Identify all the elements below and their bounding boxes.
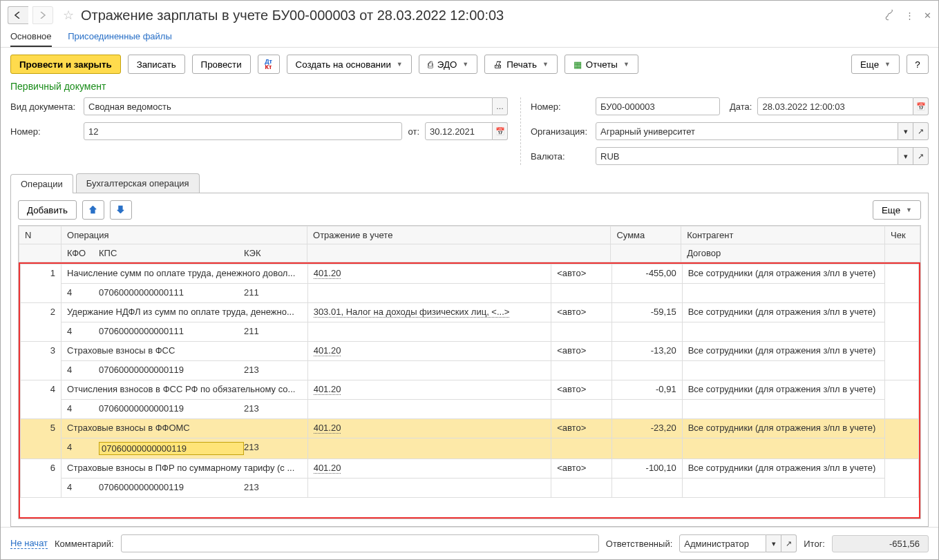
cell-contractor: Все сотрудники (для отражения з/пл в уче… <box>682 419 884 438</box>
kps-edit-cell[interactable]: 07060000000000119 <box>99 442 244 455</box>
cell-kfo-kps-kek: 4 07060000000000111 211 <box>61 284 308 303</box>
move-up-button[interactable]: 🡅 <box>82 200 104 220</box>
cell-n: 5 <box>21 419 61 459</box>
calendar-icon: 📅 <box>916 102 926 111</box>
cell-cheque <box>885 459 919 498</box>
from-date-input[interactable]: 30.12.2021 <box>425 122 493 140</box>
nav-forward-button[interactable] <box>32 6 53 24</box>
table-row[interactable]: 6 Страховые взносы в ПФР по суммарному т… <box>21 459 919 479</box>
cell-cheque <box>885 303 919 342</box>
tab-accounting[interactable]: Бухгалтерская операция <box>76 173 200 193</box>
move-down-button[interactable]: 🡇 <box>110 200 132 220</box>
date-input[interactable]: 28.03.2022 12:00:03 <box>757 97 913 115</box>
table-row-sub[interactable]: 4 07060000000000119 213 <box>21 361 919 380</box>
cell-operation: Страховые взносы в ФФОМС <box>61 419 308 438</box>
cell-contractor: Все сотрудники (для отражения з/пл в уче… <box>682 380 884 400</box>
cell-sum: -455,00 <box>611 264 682 284</box>
org-dropdown-button[interactable]: ▾ <box>898 122 913 140</box>
date-picker-button[interactable]: 📅 <box>913 97 929 115</box>
cell-cheque <box>885 342 919 380</box>
status-link[interactable]: Не начат <box>10 538 48 549</box>
cell-auto: <авто> <box>551 419 612 438</box>
doc-type-select-button[interactable]: … <box>493 97 508 115</box>
cell-operation: Отчисления взносов в ФСС РФ по обязатель… <box>61 380 308 400</box>
nav-tab-main[interactable]: Основное <box>10 31 52 47</box>
table-row[interactable]: 1 Начисление сумм по оплате труда, денеж… <box>21 264 919 284</box>
cell-sum: -100,10 <box>611 459 682 479</box>
create-based-button[interactable]: Создать на основании▼ <box>287 55 412 74</box>
responsible-open-button[interactable]: ↗ <box>781 534 797 552</box>
num-input[interactable]: БУ00-000003 <box>596 97 720 115</box>
col-n[interactable]: N <box>19 226 61 244</box>
responsible-input[interactable]: Администратор <box>679 534 766 552</box>
nav-back-button[interactable] <box>8 6 28 24</box>
reports-button[interactable]: ▦ Отчеты▼ <box>565 55 638 74</box>
col-contract[interactable]: Договор <box>681 244 885 262</box>
doc-type-input[interactable]: Сводная ведомость <box>84 97 493 115</box>
cell-operation: Страховые взносы в ФСС <box>61 342 308 361</box>
cell-auto: <авто> <box>551 459 612 479</box>
favorite-icon[interactable]: ☆ <box>63 8 74 23</box>
src-num-label: Номер: <box>10 126 78 137</box>
cell-auto: <авто> <box>551 303 612 322</box>
date-label: Дата: <box>730 102 752 112</box>
org-input[interactable]: Аграрный университет <box>596 122 898 140</box>
col-operation[interactable]: Операция <box>61 226 307 244</box>
nav-tab-attachments[interactable]: Присоединенные файлы <box>68 31 172 41</box>
col-contractor[interactable]: Контрагент <box>681 226 885 244</box>
org-open-button[interactable]: ↗ <box>913 122 929 140</box>
from-date-picker-button[interactable]: 📅 <box>493 122 508 140</box>
cell-reflection: 401.20 <box>307 380 551 400</box>
post-and-close-button[interactable]: Провести и закрыть <box>10 55 121 74</box>
cell-n: 4 <box>21 380 61 419</box>
table-row[interactable]: 3 Страховые взносы в ФСС 401.20 <авто> -… <box>21 342 919 361</box>
table-row[interactable]: 2 Удержание НДФЛ из сумм по оплате труда… <box>21 303 919 322</box>
col-sum[interactable]: Сумма <box>611 226 681 244</box>
cell-cheque <box>885 264 919 303</box>
responsible-dropdown-button[interactable]: ▾ <box>766 534 781 552</box>
cell-auto: <авто> <box>551 264 612 284</box>
cell-contractor: Все сотрудники (для отражения з/пл в уче… <box>682 459 884 479</box>
table-row-sub[interactable]: 4 07060000000000119 213 <box>21 438 919 459</box>
close-icon[interactable]: ✕ <box>924 10 931 21</box>
comment-label: Комментарий: <box>55 539 114 549</box>
table-row-sub[interactable]: 4 07060000000000111 211 <box>21 284 919 303</box>
col-kfo[interactable]: КФО <box>67 248 99 258</box>
col-kps[interactable]: КПС <box>99 248 244 258</box>
src-num-input[interactable]: 12 <box>84 122 402 140</box>
cell-n: 3 <box>21 342 61 380</box>
col-cheque[interactable]: Чек <box>885 226 920 244</box>
table-row-sub[interactable]: 4 07060000000000119 213 <box>21 479 919 498</box>
debit-credit-button[interactable]: ДтКт <box>258 55 280 74</box>
col-reflection[interactable]: Отражение в учете <box>307 226 611 244</box>
more-button[interactable]: Еще▼ <box>851 55 900 74</box>
cell-contractor: Все сотрудники (для отражения з/пл в уче… <box>682 264 884 284</box>
table-row[interactable]: 4 Отчисления взносов в ФСС РФ по обязате… <box>21 380 919 400</box>
cell-kfo-kps-kek: 4 07060000000000119 213 <box>61 479 308 498</box>
add-row-button[interactable]: Добавить <box>18 200 77 220</box>
help-button[interactable]: ? <box>907 55 929 74</box>
table-row[interactable]: 5 Страховые взносы в ФФОМС 401.20 <авто>… <box>21 419 919 438</box>
arrow-down-icon: 🡇 <box>116 205 125 215</box>
col-kek[interactable]: КЭК <box>244 248 261 258</box>
ops-more-button[interactable]: Еще▼ <box>873 200 921 220</box>
cell-auto: <авто> <box>551 380 612 400</box>
post-button[interactable]: Провести <box>192 55 251 74</box>
currency-input[interactable]: RUB <box>596 147 898 165</box>
kebab-menu-icon[interactable]: ⋮ <box>905 10 914 21</box>
cell-contractor: Все сотрудники (для отражения з/пл в уче… <box>682 303 884 322</box>
currency-open-button[interactable]: ↗ <box>913 147 929 165</box>
save-button[interactable]: Записать <box>128 55 185 74</box>
tab-operations[interactable]: Операции <box>10 174 73 193</box>
from-label: от: <box>408 126 419 137</box>
table-row-sub[interactable]: 4 07060000000000111 211 <box>21 322 919 342</box>
reports-icon: ▦ <box>573 59 582 70</box>
edo-button[interactable]: ⎙ ЭДО▼ <box>419 55 477 74</box>
currency-dropdown-button[interactable]: ▾ <box>898 147 913 165</box>
comment-input[interactable] <box>121 534 599 552</box>
table-row-sub[interactable]: 4 07060000000000119 213 <box>21 400 919 419</box>
cell-sum: -13,20 <box>611 342 682 361</box>
print-button[interactable]: 🖨 Печать▼ <box>484 55 558 74</box>
debit-credit-icon: ДтКт <box>265 59 272 70</box>
link-icon[interactable] <box>884 10 895 21</box>
